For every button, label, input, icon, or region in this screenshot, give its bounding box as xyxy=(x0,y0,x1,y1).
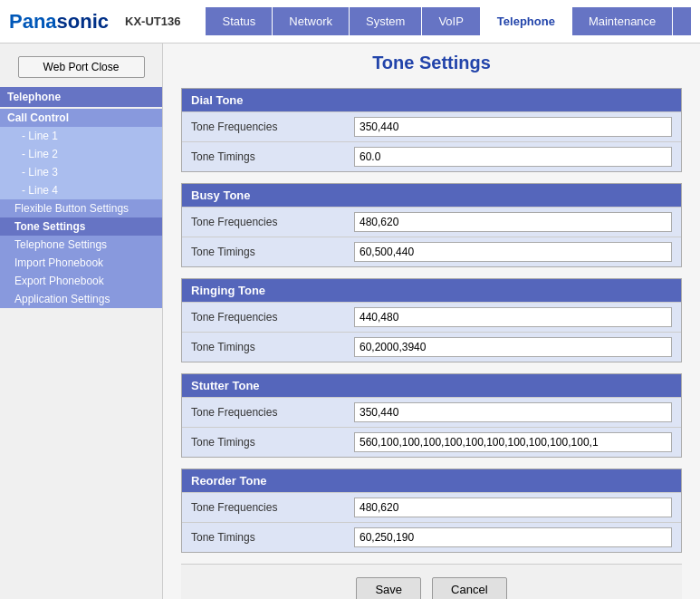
tone-row: Tone Timings xyxy=(182,522,681,552)
tone-row: Tone Frequencies xyxy=(182,111,681,141)
tone-section-header-dial-tone: Dial Tone xyxy=(182,89,681,111)
tone-input[interactable] xyxy=(354,147,672,167)
tone-section-reorder-tone: Reorder ToneTone FrequenciesTone Timings xyxy=(181,469,682,553)
sidebar-group-call-control[interactable]: Call Control xyxy=(0,109,162,127)
sidebar-item-telephone-settings[interactable]: Telephone Settings xyxy=(0,236,162,254)
tone-input[interactable] xyxy=(354,117,672,137)
tone-section-header-busy-tone: Busy Tone xyxy=(182,184,681,207)
tone-section-busy-tone: Busy ToneTone FrequenciesTone Timings xyxy=(181,183,682,267)
nav-network[interactable]: Network xyxy=(273,7,350,35)
tone-label: Tone Frequencies xyxy=(191,501,354,514)
nav-status[interactable]: Status xyxy=(206,7,273,35)
tone-row: Tone Timings xyxy=(182,237,681,266)
nav-voip[interactable]: VoIP xyxy=(422,7,480,35)
tone-row: Tone Timings xyxy=(182,427,681,457)
cancel-button[interactable]: Cancel xyxy=(432,577,506,599)
device-model: KX-UT136 xyxy=(118,14,187,28)
tone-input[interactable] xyxy=(354,337,672,357)
tone-label: Tone Timings xyxy=(191,436,354,449)
tone-section-header-ringing-tone: Ringing Tone xyxy=(182,279,681,302)
tone-row: Tone Frequencies xyxy=(182,397,681,427)
sidebar-item-application-settings[interactable]: Application Settings xyxy=(0,290,162,308)
tone-row: Tone Frequencies xyxy=(182,302,681,332)
tone-input[interactable] xyxy=(354,432,672,452)
brand-logo: Panasonic xyxy=(9,10,109,34)
sidebar-item-import-phonebook[interactable]: Import Phonebook xyxy=(0,254,162,272)
tone-section-dial-tone: Dial ToneTone FrequenciesTone Timings xyxy=(181,88,682,172)
sidebar-item-line2[interactable]: - Line 2 xyxy=(0,145,162,163)
tone-label: Tone Timings xyxy=(191,246,354,258)
tone-section-header-reorder-tone: Reorder Tone xyxy=(182,469,681,492)
tone-input[interactable] xyxy=(354,402,672,422)
tone-row: Tone Timings xyxy=(182,332,681,362)
tone-input[interactable] xyxy=(354,212,672,232)
nav-telephone[interactable]: Telephone xyxy=(481,7,572,35)
tone-section-ringing-tone: Ringing ToneTone FrequenciesTone Timings xyxy=(181,278,682,362)
tone-label: Tone Timings xyxy=(191,150,354,163)
sidebar-item-line1[interactable]: - Line 1 xyxy=(0,127,162,145)
tone-input[interactable] xyxy=(354,307,672,327)
tone-input[interactable] xyxy=(354,242,672,262)
tone-label: Tone Timings xyxy=(191,341,354,353)
tone-label: Tone Frequencies xyxy=(191,121,354,133)
tone-input[interactable] xyxy=(354,498,672,517)
tone-row: Tone Frequencies xyxy=(182,207,681,237)
tone-section-stutter-tone: Stutter ToneTone FrequenciesTone Timings xyxy=(181,373,682,458)
tone-row: Tone Timings xyxy=(182,141,681,171)
tone-section-header-stutter-tone: Stutter Tone xyxy=(182,374,681,397)
sidebar-item-line4[interactable]: - Line 4 xyxy=(0,181,162,199)
sidebar-item-line3[interactable]: - Line 3 xyxy=(0,163,162,181)
sidebar-item-tone-settings[interactable]: Tone Settings xyxy=(0,217,162,236)
tone-label: Tone Frequencies xyxy=(191,216,354,228)
sidebar-item-flexible-button[interactable]: Flexible Button Settings xyxy=(0,199,162,217)
page-title: Tone Settings xyxy=(181,53,682,73)
tone-input[interactable] xyxy=(354,527,672,547)
brand-name: Panasonic xyxy=(9,10,109,33)
tone-label: Tone Frequencies xyxy=(191,311,354,324)
sidebar-section-telephone: Telephone xyxy=(0,87,162,107)
nav-maintenance[interactable]: Maintenance xyxy=(572,7,673,35)
tone-sections: Dial ToneTone FrequenciesTone TimingsBus… xyxy=(181,88,682,553)
nav-system[interactable]: System xyxy=(350,7,422,35)
tone-row: Tone Frequencies xyxy=(182,492,681,522)
tone-label: Tone Frequencies xyxy=(191,406,354,419)
save-button[interactable]: Save xyxy=(356,577,421,599)
web-port-button[interactable]: Web Port Close xyxy=(18,56,145,78)
sidebar-item-export-phonebook[interactable]: Export Phonebook xyxy=(0,272,162,290)
tone-label: Tone Timings xyxy=(191,531,354,544)
